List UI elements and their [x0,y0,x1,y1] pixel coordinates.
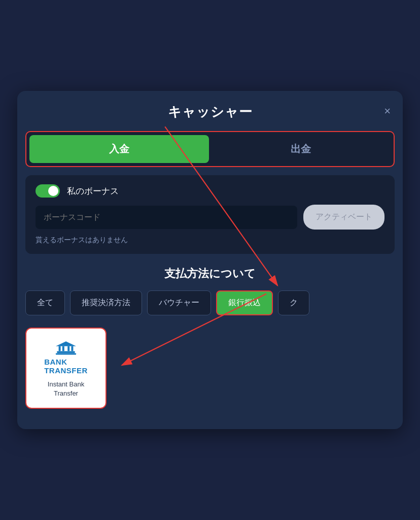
svg-rect-10 [56,353,76,354]
filter-recommended[interactable]: 推奨決済方法 [70,290,142,315]
tab-row: 入金 出金 [25,131,395,167]
svg-rect-8 [71,346,73,351]
payment-card-label: Instant BankTransfer [48,380,84,398]
modal-title: キャッシャー [168,103,253,121]
bonus-label: 私のボーナス [67,185,119,197]
bank-transfer-icon [54,338,78,358]
withdraw-tab[interactable]: 出金 [211,135,391,163]
modal-header: キャッシャー × [17,91,403,131]
bonus-code-row: アクティベート [36,205,384,230]
payment-grid: BANK TRANSFER Instant BankTransfer [25,328,395,409]
svg-rect-4 [57,351,75,353]
cashier-modal: キャッシャー × 入金 出金 私のボーナス アクティベート 貰えるボーナスはあり… [17,91,403,429]
bonus-info-text: 貰えるボーナスはありません [36,236,384,245]
svg-marker-9 [56,341,76,346]
deposit-tab[interactable]: 入金 [29,135,209,163]
filter-all[interactable]: 全て [25,290,65,315]
svg-rect-6 [62,346,64,351]
bank-transfer-text: BANK TRANSFER [44,358,88,375]
bonus-toggle-row: 私のボーナス [36,184,384,198]
bank-word2: TRANSFER [44,366,88,375]
payment-section-title: 支払方法について [17,266,403,281]
bonus-code-input[interactable] [36,206,297,229]
bank-word1: BANK [44,358,67,366]
filter-voucher[interactable]: バウチャー [147,290,211,315]
svg-rect-5 [59,346,61,351]
bonus-section: 私のボーナス アクティベート 貰えるボーナスはありません [25,175,395,254]
filter-row: 全て 推奨決済方法 バウチャー 銀行振込 ク [25,290,395,315]
svg-rect-7 [67,346,69,351]
payment-card-bank-transfer[interactable]: BANK TRANSFER Instant BankTransfer [25,328,107,409]
close-button[interactable]: × [384,106,391,117]
filter-more[interactable]: ク [278,290,309,315]
activate-button[interactable]: アクティベート [303,205,384,230]
filter-bank-transfer[interactable]: 銀行振込 [216,290,273,315]
bonus-toggle[interactable] [36,184,60,198]
